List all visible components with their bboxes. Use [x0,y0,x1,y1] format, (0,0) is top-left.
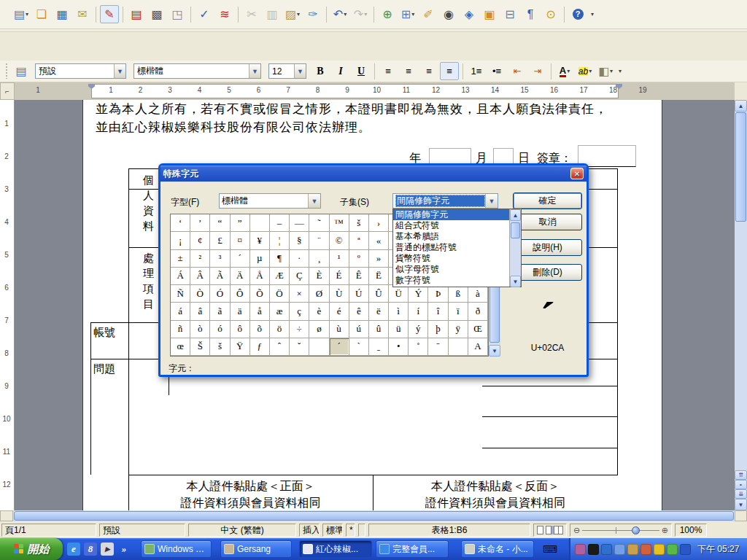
taskbar-clock[interactable]: 下午 05:27 [697,543,739,556]
subset-option[interactable]: 似字母符號 [393,264,509,275]
character-cell[interactable]: ¢ [190,232,210,249]
subset-option[interactable]: 貨幣符號 [393,253,509,264]
character-cell[interactable] [309,338,329,356]
vertical-scrollbar[interactable]: ▲ ⇈ • ⇊ ▼ [735,100,747,510]
bullet-list-icon[interactable]: •≡ [487,62,506,80]
character-cell[interactable]: ± [171,250,190,268]
character-cell[interactable]: Ò [190,285,210,303]
combo-dropdown-icon[interactable]: ▼ [114,64,125,78]
character-cell[interactable]: Α [468,338,488,356]
character-cell[interactable]: ê [349,303,369,320]
character-cell[interactable]: ˋ [349,338,369,356]
gallery-icon[interactable]: ▣ [480,5,499,23]
increase-indent-icon[interactable]: ⇥ [528,62,547,80]
character-cell[interactable]: œ [171,338,190,356]
character-cell[interactable]: ¨ [309,232,329,249]
dialog-title-bar[interactable]: 特殊字元 ✕ [160,166,587,182]
scroll-down-icon[interactable]: ▼ [510,276,521,287]
spellcheck-icon[interactable]: ✓ [195,5,214,23]
character-cell[interactable]: Ø [309,285,329,303]
align-right-icon[interactable]: ≡ [419,62,438,80]
help-button[interactable]: 說明(H) [513,239,582,256]
print-icon[interactable]: ▩ [147,5,166,23]
scroll-down-icon[interactable]: ▼ [735,499,747,510]
paragraph-style-combo[interactable]: 預設▼ [35,63,126,79]
statusbar-field[interactable]: 標準 [322,524,343,537]
dialog-subset-combo[interactable]: 間隔修飾字元▼ [392,193,498,209]
character-cell[interactable]: ˉ [428,338,448,356]
zoom-percentage[interactable]: 100% [675,524,707,537]
character-cell[interactable]: ˚ [409,338,428,356]
character-cell[interactable]: š [210,338,230,356]
bold-icon[interactable]: B [311,62,330,80]
character-cell[interactable]: û [369,321,389,338]
formatting-marks-icon[interactable]: ¶ [521,5,540,23]
character-cell[interactable]: ï [449,303,468,320]
font-color-icon[interactable]: A▾ [555,62,574,80]
character-cell[interactable]: È [309,268,329,285]
page-preview-icon[interactable]: ◳ [168,5,187,23]
font-name-combo[interactable]: 標楷體▼ [133,63,261,79]
character-cell[interactable]: ç [290,303,309,320]
combo-dropdown-icon[interactable]: ▼ [249,64,260,78]
character-cell[interactable]: ¥ [250,232,270,249]
character-cell[interactable]: é [330,303,349,320]
character-cell[interactable]: ” [231,214,250,232]
subset-option[interactable]: 組合式符號 [393,220,509,231]
messenger-status-tray-icon[interactable] [601,544,612,555]
character-cell[interactable]: « [369,232,389,249]
character-cell[interactable]: ´ [231,250,250,268]
character-cell[interactable]: › [369,214,389,232]
character-cell[interactable]: § [290,232,309,249]
taskbar-task-button[interactable]: 完整會員... [376,540,449,558]
highlighting-icon[interactable]: ab▾ [576,62,595,80]
character-cell[interactable]: ˜ [309,214,329,232]
character-cell[interactable]: ˊ [330,338,349,356]
character-cell[interactable]: Ô [231,285,250,303]
data-sources-icon[interactable]: ⊟ [500,5,519,23]
zoom-icon[interactable]: ⊙ [541,5,560,23]
undo-icon[interactable]: ↶▾ [330,5,349,23]
character-cell[interactable]: õ [250,321,270,338]
character-cell[interactable]: ü [389,321,409,338]
character-cell[interactable]: â [190,303,210,320]
subset-option[interactable]: 普通的標點符號 [393,242,509,253]
character-cell[interactable]: ø [309,321,329,338]
character-cell[interactable]: ò [190,321,210,338]
character-cell[interactable]: º [349,250,369,268]
character-cell[interactable]: æ [270,303,290,320]
character-cell[interactable]: à [468,285,488,303]
draw-functions-icon[interactable]: ✐ [419,5,438,23]
character-cell[interactable]: î [428,303,448,320]
taskbar-task-button[interactable]: Gersang [220,540,292,558]
new-document-icon[interactable]: ▤▾ [12,5,31,23]
numbered-list-icon[interactable]: 1≡ [467,62,486,80]
styles-window-icon[interactable]: ▤ [12,62,31,80]
character-cell[interactable]: Š [190,338,210,356]
font-size-combo[interactable]: 12▼ [268,63,306,79]
italic-icon[interactable]: I [331,62,350,80]
character-cell[interactable]: Õ [250,285,270,303]
start-button[interactable]: 開始 [0,538,63,560]
character-cell[interactable]: ¦ [270,232,290,249]
mail-notifier-tray-icon[interactable] [640,544,651,555]
character-cell[interactable]: ˇ [290,338,309,356]
character-cell[interactable]: ó [210,321,230,338]
character-cell[interactable]: Ç [290,268,309,285]
statusbar-field[interactable] [358,524,365,537]
character-cell[interactable]: ¶ [270,250,290,268]
character-cell[interactable]: Ÿ [231,338,250,356]
character-cell[interactable]: þ [428,321,448,338]
character-cell[interactable]: Þ [428,285,448,303]
combo-dropdown-icon[interactable]: ▼ [485,194,498,208]
character-cell[interactable]: Ñ [171,285,190,303]
character-cell[interactable]: Û [369,285,389,303]
character-cell[interactable]: Ê [349,268,369,285]
scroll-up-icon[interactable]: ▲ [735,100,747,112]
character-cell[interactable]: • [389,338,409,356]
character-cell[interactable]: ³ [210,250,230,268]
subset-option[interactable]: 數字符號 [393,275,509,286]
audio-player-tray-icon[interactable] [588,544,599,555]
background-color-icon[interactable]: ◧▾ [596,62,615,80]
character-cell[interactable]: Ó [210,285,230,303]
